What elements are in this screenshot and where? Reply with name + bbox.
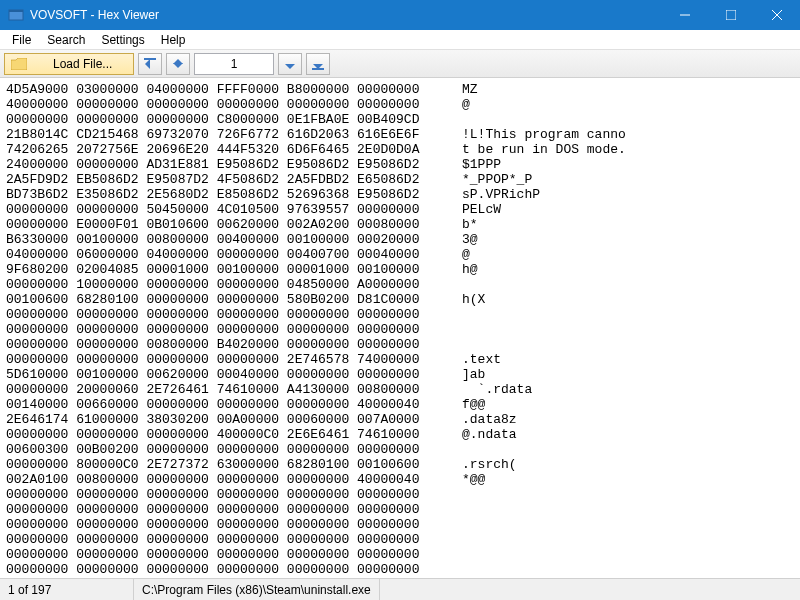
hex-bytes: 40000000 00000000 00000000 00000000 0000… bbox=[6, 97, 462, 112]
ascii-text: f@@ bbox=[462, 397, 794, 412]
hex-bytes: 00000000 00000000 00800000 B4020000 0000… bbox=[6, 337, 462, 352]
ascii-text bbox=[462, 532, 794, 547]
hex-row: 9F680200 02004085 00001000 00100000 0000… bbox=[6, 262, 794, 277]
hex-bytes: 00100600 68280100 00000000 00000000 580B… bbox=[6, 292, 462, 307]
hex-row: 00000000 00000000 00000000 00000000 2E74… bbox=[6, 352, 794, 367]
ascii-text: h(X bbox=[462, 292, 794, 307]
hex-bytes: 04000000 06000000 04000000 00000000 0040… bbox=[6, 247, 462, 262]
window-title: VOVSOFT - Hex Viewer bbox=[30, 8, 662, 22]
hex-bytes: 00000000 00000000 00000000 00000000 0000… bbox=[6, 517, 462, 532]
ascii-text: sP.VPRichP bbox=[462, 187, 794, 202]
folder-icon bbox=[11, 58, 27, 70]
ascii-text bbox=[462, 442, 794, 457]
hex-bytes: 002A0100 00800000 00000000 00000000 0000… bbox=[6, 472, 462, 487]
svg-rect-1 bbox=[9, 10, 23, 12]
menu-file[interactable]: File bbox=[4, 31, 39, 49]
ascii-text: .rsrch( bbox=[462, 457, 794, 472]
ascii-text bbox=[462, 502, 794, 517]
ascii-text: $1PPP bbox=[462, 157, 794, 172]
hex-bytes: 00000000 E0000F01 0B010600 00620000 002A… bbox=[6, 217, 462, 232]
hex-row: 2A5FD9D2 EB5086D2 E95087D2 4F5086D2 2A5F… bbox=[6, 172, 794, 187]
hex-row: 21B8014C CD215468 69732070 726F6772 616D… bbox=[6, 127, 794, 142]
hex-row: 00000000 00000000 00000000 00000000 0000… bbox=[6, 517, 794, 532]
ascii-text: b* bbox=[462, 217, 794, 232]
ascii-text: *_PPOP*_P bbox=[462, 172, 794, 187]
hex-bytes: 00000000 00000000 00000000 00000000 0000… bbox=[6, 502, 462, 517]
ascii-text: `.rdata bbox=[462, 382, 794, 397]
hex-bytes: 00000000 10000000 00000000 00000000 0485… bbox=[6, 277, 462, 292]
hex-bytes: 24000000 00000000 AD31E881 E95086D2 E950… bbox=[6, 157, 462, 172]
svg-rect-6 bbox=[144, 58, 156, 60]
hex-row: 00000000 00000000 00000000 00000000 0000… bbox=[6, 307, 794, 322]
hex-row: 00100600 68280100 00000000 00000000 580B… bbox=[6, 292, 794, 307]
go-last-button[interactable] bbox=[306, 53, 330, 75]
go-next-button[interactable] bbox=[278, 53, 302, 75]
hex-bytes: 00000000 00000000 00000000 00000000 0000… bbox=[6, 532, 462, 547]
hex-row: 00000000 00000000 00000000 00000000 0000… bbox=[6, 502, 794, 517]
go-first-button[interactable] bbox=[138, 53, 162, 75]
menu-search[interactable]: Search bbox=[39, 31, 93, 49]
hex-bytes: 00000000 20000060 2E726461 74610000 A413… bbox=[6, 382, 462, 397]
hex-bytes: 00000000 00000000 00000000 00000000 0000… bbox=[6, 487, 462, 502]
hex-row: 00000000 00000000 00000000 00000000 0000… bbox=[6, 562, 794, 577]
ascii-text: PELcW bbox=[462, 202, 794, 217]
ascii-text bbox=[462, 277, 794, 292]
svg-rect-7 bbox=[312, 68, 324, 70]
go-prev-button[interactable] bbox=[166, 53, 190, 75]
ascii-text: *@@ bbox=[462, 472, 794, 487]
hex-row: 2E646174 61000000 38030200 00A00000 0006… bbox=[6, 412, 794, 427]
hex-bytes: 2E646174 61000000 38030200 00A00000 0006… bbox=[6, 412, 462, 427]
menu-settings[interactable]: Settings bbox=[93, 31, 152, 49]
hex-bytes: 00000000 00000000 00000000 400000C0 2E6E… bbox=[6, 427, 462, 442]
position-input[interactable] bbox=[194, 53, 274, 75]
ascii-text bbox=[462, 487, 794, 502]
hex-row: 74206265 2072756E 20696E20 444F5320 6D6F… bbox=[6, 142, 794, 157]
ascii-text: @ bbox=[462, 97, 794, 112]
hex-row: 00140000 00660000 00000000 00000000 0000… bbox=[6, 397, 794, 412]
svg-rect-3 bbox=[726, 10, 736, 20]
hex-row: 00000000 00000000 00000000 C8000000 0E1F… bbox=[6, 112, 794, 127]
hex-bytes: 9F680200 02004085 00001000 00100000 0000… bbox=[6, 262, 462, 277]
load-file-label: Load File... bbox=[53, 57, 112, 71]
ascii-text: t be run in DOS mode. bbox=[462, 142, 794, 157]
hex-view[interactable]: 4D5A9000 03000000 04000000 FFFF0000 B800… bbox=[0, 78, 800, 578]
hex-row: 00000000 00000000 00000000 00000000 0000… bbox=[6, 487, 794, 502]
hex-bytes: 74206265 2072756E 20696E20 444F5320 6D6F… bbox=[6, 142, 462, 157]
ascii-text: h@ bbox=[462, 262, 794, 277]
hex-bytes: 2A5FD9D2 EB5086D2 E95087D2 4F5086D2 2A5F… bbox=[6, 172, 462, 187]
ascii-text bbox=[462, 517, 794, 532]
hex-row: 00000000 10000000 00000000 00000000 0485… bbox=[6, 277, 794, 292]
close-button[interactable] bbox=[754, 0, 800, 30]
hex-bytes: 00000000 00000000 00000000 C8000000 0E1F… bbox=[6, 112, 462, 127]
hex-bytes: 21B8014C CD215468 69732070 726F6772 616D… bbox=[6, 127, 462, 142]
hex-row: 4D5A9000 03000000 04000000 FFFF0000 B800… bbox=[6, 82, 794, 97]
hex-row: 40000000 00000000 00000000 00000000 0000… bbox=[6, 97, 794, 112]
ascii-text: ]ab bbox=[462, 367, 794, 382]
hex-bytes: 5D610000 00100000 00620000 00040000 0000… bbox=[6, 367, 462, 382]
maximize-button[interactable] bbox=[708, 0, 754, 30]
hex-row: 002A0100 00800000 00000000 00000000 0000… bbox=[6, 472, 794, 487]
ascii-text bbox=[462, 337, 794, 352]
ascii-text bbox=[462, 562, 794, 577]
app-icon bbox=[8, 7, 24, 23]
hex-row: B6330000 00100000 00800000 00400000 0010… bbox=[6, 232, 794, 247]
hex-row: 00600300 00B00200 00000000 00000000 0000… bbox=[6, 442, 794, 457]
hex-row: 24000000 00000000 AD31E881 E95086D2 E950… bbox=[6, 157, 794, 172]
ascii-text: @.ndata bbox=[462, 427, 794, 442]
hex-bytes: 00000000 00000000 00000000 00000000 2E74… bbox=[6, 352, 462, 367]
load-file-button[interactable]: Load File... bbox=[4, 53, 134, 75]
menu-help[interactable]: Help bbox=[153, 31, 194, 49]
hex-bytes: B6330000 00100000 00800000 00400000 0010… bbox=[6, 232, 462, 247]
toolbar: Load File... bbox=[0, 50, 800, 78]
ascii-text: .data8z bbox=[462, 412, 794, 427]
hex-bytes: 00000000 800000C0 2E727372 63000000 6828… bbox=[6, 457, 462, 472]
hex-bytes: BD73B6D2 E35086D2 2E5680D2 E85086D2 5269… bbox=[6, 187, 462, 202]
hex-row: 00000000 00000000 00800000 B4020000 0000… bbox=[6, 337, 794, 352]
hex-bytes: 00000000 00000000 00000000 00000000 0000… bbox=[6, 562, 462, 577]
hex-row: 00000000 800000C0 2E727372 63000000 6828… bbox=[6, 457, 794, 472]
menubar: File Search Settings Help bbox=[0, 30, 800, 50]
hex-bytes: 00000000 00000000 00000000 00000000 0000… bbox=[6, 322, 462, 337]
hex-bytes: 00140000 00660000 00000000 00000000 0000… bbox=[6, 397, 462, 412]
ascii-text: MZ bbox=[462, 82, 794, 97]
minimize-button[interactable] bbox=[662, 0, 708, 30]
